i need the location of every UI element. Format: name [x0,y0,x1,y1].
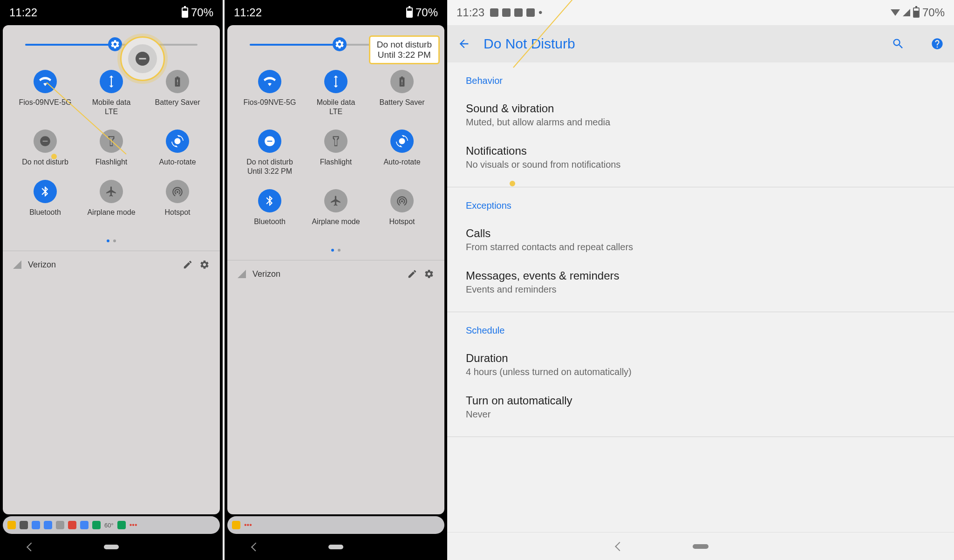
tile-label: Bluetooth [29,208,61,217]
battery-icon [390,70,414,93]
tile-label: Do not disturb [22,157,68,167]
tile-label: Bluetooth [254,217,286,226]
hotspot-icon [390,189,414,212]
nav-back-button[interactable] [251,542,260,551]
qs-tile-airplane[interactable]: Airplane mode [78,180,144,217]
setting-item[interactable]: Messages, events & remindersEvents and r… [447,261,954,303]
battery-pct: 70% [191,6,213,19]
notification-icons-row[interactable]: ••• [227,516,444,534]
nav-home-pill[interactable] [693,544,709,549]
setting-item[interactable]: Duration4 hours (unless turned on automa… [447,343,954,386]
rotate-icon [166,130,189,153]
tile-label: Airplane mode [87,208,135,217]
search-icon[interactable] [892,37,905,50]
callout-dnd-label: Do not disturb Until 3:22 PM [369,35,440,64]
tile-label: Flashlight [320,157,352,167]
qs-tile-bluetooth[interactable]: Bluetooth [12,180,78,217]
qs-tile-hotspot[interactable]: Hotspot [369,189,435,226]
battery-icon [182,7,188,18]
qs-tile-bluetooth[interactable]: Bluetooth [237,189,303,226]
settings-icon[interactable] [424,269,434,279]
flashlight-icon [324,130,348,153]
quick-settings-panel: Fios-09NVE-5GMobile dataLTEBattery Saver… [227,25,444,514]
status-bar: 11:22 70% [225,0,447,25]
setting-title: Turn on automatically [466,394,935,407]
qs-tile-rotate[interactable]: Auto-rotate [369,130,435,176]
nav-bar [225,534,447,560]
app-icon [490,8,498,17]
battery-icon [406,7,413,18]
page-title: Do Not Disturb [484,36,865,52]
qs-tile-battery[interactable]: Battery Saver [369,70,435,116]
carrier-label: Verizon [28,260,176,270]
status-time: 11:22 [234,6,262,19]
qs-tile-wifi[interactable]: Fios-09NVE-5G [12,70,78,116]
settings-icon[interactable] [199,260,210,270]
tile-label: Mobile dataLTE [92,98,131,116]
app-icon [502,8,511,17]
tile-label: Fios-09NVE-5G [244,98,296,107]
weather-label: 60° [104,522,114,529]
airplane-icon [100,180,123,203]
notification-icons-row[interactable]: 60° ••• [3,516,220,534]
qs-tile-dnd[interactable]: Do not disturbUntil 3:22 PM [237,130,303,176]
nav-home-pill[interactable] [104,545,119,549]
battery-icon [166,70,189,93]
help-icon[interactable] [931,37,944,50]
qs-tile-rotate[interactable]: Auto-rotate [144,130,211,167]
data-icon [100,70,123,93]
data-icon [324,70,348,93]
wifi-icon [34,70,57,93]
qs-tile-data[interactable]: Mobile dataLTE [303,70,369,116]
setting-title: Notifications [466,144,935,157]
nav-bar [0,534,223,560]
nav-back-button[interactable] [615,542,624,551]
qs-tile-hotspot[interactable]: Hotspot [144,180,211,217]
tile-label: Hotspot [164,208,190,217]
wifi-icon [258,70,281,93]
qs-tile-airplane[interactable]: Airplane mode [303,189,369,226]
quick-settings-panel: Fios-09NVE-5GMobile dataLTEBattery Saver… [3,25,220,514]
callout-dot [51,154,57,159]
page-dots [3,231,220,251]
setting-title: Duration [466,352,935,365]
setting-subtitle: From starred contacts and repeat callers [466,242,935,253]
tile-label: Do not disturbUntil 3:22 PM [246,157,293,176]
setting-item[interactable]: Turn on automaticallyNever [447,386,954,428]
setting-item[interactable]: CallsFrom starred contacts and repeat ca… [447,219,954,261]
edit-icon[interactable] [183,260,193,270]
edit-icon[interactable] [407,269,417,279]
tile-label: Mobile dataLTE [317,98,355,116]
airplane-icon [324,189,348,212]
hotspot-icon [166,180,189,203]
page-dots [227,240,444,260]
status-bar: 11:23 • 70% [447,0,954,25]
callout-dnd-magnified [120,36,165,81]
battery-icon [913,7,920,18]
battery-pct: 70% [416,6,438,19]
nav-back-button[interactable] [27,542,35,551]
nav-home-pill[interactable] [328,545,343,549]
brightness-slider[interactable] [3,25,220,64]
setting-item[interactable]: NotificationsNo visuals or sound from no… [447,136,954,178]
section-header: Schedule [447,312,954,343]
back-button[interactable] [457,37,470,50]
carrier-label: Verizon [252,269,401,279]
setting-subtitle: Never [466,409,935,420]
setting-subtitle: Events and reminders [466,284,935,295]
tile-label: Battery Saver [155,98,200,107]
qs-tile-dnd[interactable]: Do not disturb [12,130,78,167]
setting-subtitle: Muted, but allow alarms and media [466,117,935,128]
app-icon [526,8,535,17]
rotate-icon [390,130,414,153]
setting-subtitle: No visuals or sound from notifications [466,159,935,170]
qs-tile-flashlight[interactable]: Flashlight [78,130,144,167]
qs-tile-wifi[interactable]: Fios-09NVE-5G [237,70,303,116]
tile-label: Hotspot [389,217,415,226]
setting-subtitle: 4 hours (unless turned on automatically) [466,367,935,377]
setting-item[interactable]: Sound & vibrationMuted, but allow alarms… [447,94,954,136]
bluetooth-icon [258,189,281,212]
callout-dot [510,181,515,186]
dnd-icon [258,130,281,153]
qs-tile-flashlight[interactable]: Flashlight [303,130,369,176]
